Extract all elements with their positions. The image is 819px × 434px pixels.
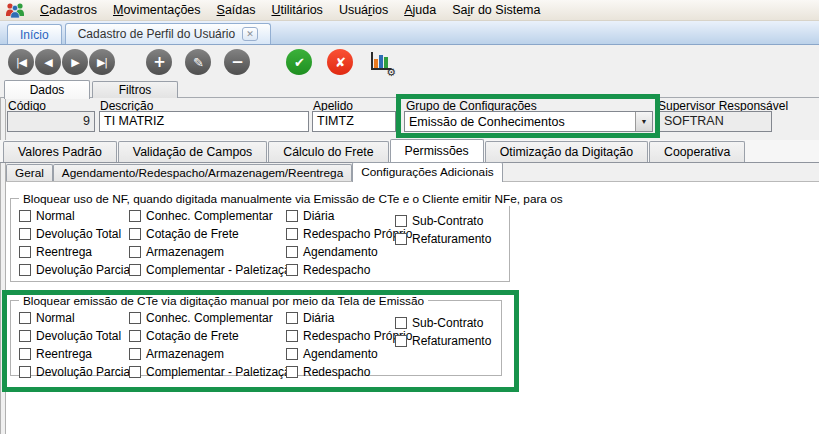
checkbox-grid: NormalDevolução TotalReentregaDevolução … (19, 207, 507, 279)
checkbox[interactable] (395, 233, 407, 245)
tab-cooperativa[interactable]: Cooperativa (649, 141, 745, 162)
group-title: Bloquear emissão de CTe via digitação ma… (19, 294, 428, 308)
menu-item-ajuda[interactable]: Ajuda (396, 1, 444, 19)
delete-record-button[interactable]: − (224, 49, 250, 75)
menu-item-utilitarios[interactable]: Utilitários (263, 1, 330, 19)
cancel-button[interactable]: ✘ (327, 49, 353, 75)
checkbox-item[interactable]: Normal (19, 309, 129, 327)
tab-configuracoes-adicionais[interactable]: Configurações Adicionais (352, 162, 502, 182)
checkbox-item[interactable]: Conhec. Complementar (129, 207, 286, 225)
tab-dados[interactable]: Dados (4, 80, 90, 99)
chevron-down-icon[interactable]: ▼ (635, 112, 652, 131)
checkbox[interactable] (129, 264, 141, 276)
descricao-field[interactable]: TI MATRIZ (99, 111, 309, 132)
checkbox[interactable] (19, 228, 31, 240)
checkbox[interactable] (129, 348, 141, 360)
checkbox-item[interactable]: Conhec. Complementar (129, 309, 286, 327)
checkbox[interactable] (129, 312, 141, 324)
checkbox-item[interactable]: Agendamento (286, 345, 395, 363)
checkbox-item[interactable]: Armazenagem (129, 243, 286, 261)
checkbox-item[interactable]: Redespacho (286, 363, 395, 381)
checkbox-item[interactable]: Complementar - Paletização (129, 261, 286, 279)
checkbox-item[interactable]: Sub-Contrato (395, 212, 507, 230)
checkbox-item[interactable]: Redespacho Próprio (286, 225, 395, 243)
checkbox-item[interactable]: Cotação de Frete (129, 327, 286, 345)
checkbox[interactable] (19, 264, 31, 276)
tab-validacao-de-campos[interactable]: Validação de Campos (118, 141, 267, 162)
checkbox[interactable] (129, 330, 141, 342)
checkbox[interactable] (286, 246, 298, 258)
group-title: Bloquear uso de NF, quando digitada manu… (19, 192, 567, 206)
checkbox-item[interactable]: Armazenagem (129, 345, 286, 363)
checkbox[interactable] (286, 228, 298, 240)
chart-settings-button[interactable]: ⚙ (367, 49, 395, 75)
checkbox[interactable] (286, 366, 298, 378)
checkbox-item[interactable]: Devolução Total (19, 327, 129, 345)
tab-cadastro-perfil-usuario[interactable]: Cadastro de Perfil do Usuário ✕ (65, 23, 271, 44)
tab-filtros[interactable]: Filtros (92, 81, 178, 98)
checkbox-item[interactable]: Devolução Parcial (19, 261, 129, 279)
last-record-button[interactable]: ▶| (89, 49, 115, 75)
checkbox-item[interactable]: Redespacho (286, 261, 395, 279)
checkbox-label: Devolução Parcial (36, 365, 133, 379)
confirm-button[interactable]: ✔ (286, 49, 312, 75)
edit-record-button[interactable]: ✎ (185, 49, 211, 75)
insert-record-button[interactable]: + (146, 49, 172, 75)
menu-item-movimentacoes[interactable]: Movimentações (105, 1, 209, 19)
tab-agendamento-redespacho-armazenagem-reentrega[interactable]: Agendamento/Redespacho/Armazenagem/Reent… (53, 164, 352, 181)
first-record-button[interactable]: |◀ (8, 49, 34, 75)
checkbox-item[interactable]: Sub-Contrato (395, 314, 499, 332)
checkbox-item[interactable]: Redespacho Próprio (286, 327, 395, 345)
tab-geral[interactable]: Geral (6, 164, 53, 181)
checkbox-item[interactable]: Reentrega (19, 345, 129, 363)
menu-item-sair-do-sistema[interactable]: Sair do Sistema (444, 1, 548, 19)
checkbox[interactable] (286, 312, 298, 324)
close-icon[interactable]: ✕ (242, 27, 258, 41)
checkbox-item[interactable]: Reentrega (19, 243, 129, 261)
dropdown-value: Emissão de Conhecimentos (405, 115, 635, 129)
checkbox-item[interactable]: Refaturamento (395, 332, 499, 350)
checkbox-item[interactable]: Normal (19, 207, 129, 225)
tab-valores-padrao[interactable]: Valores Padrão (3, 141, 117, 162)
checkbox-item[interactable]: Refaturamento (395, 230, 507, 248)
grupo-configuracoes-dropdown[interactable]: Emissão de Conhecimentos ▼ (404, 111, 653, 132)
checkbox[interactable] (19, 348, 31, 360)
checkbox-item[interactable]: Complementar - Paletização (129, 363, 286, 381)
checkbox-item[interactable]: Cotação de Frete (129, 225, 286, 243)
checkbox[interactable] (395, 335, 407, 347)
checkbox-column: NormalDevolução TotalReentregaDevolução … (19, 207, 129, 279)
checkbox[interactable] (19, 210, 31, 222)
checkbox[interactable] (19, 366, 31, 378)
checkbox-item[interactable]: Agendamento (286, 243, 395, 261)
checkbox[interactable] (19, 330, 31, 342)
checkbox-column: Conhec. ComplementarCotação de FreteArma… (129, 207, 286, 279)
checkbox[interactable] (129, 366, 141, 378)
checkbox[interactable] (286, 210, 298, 222)
tab-otimizacao-da-digitacao[interactable]: Otimização da Digitação (485, 141, 648, 162)
checkbox[interactable] (286, 330, 298, 342)
checkbox-label: Devolução Parcial (36, 263, 133, 277)
tab-permissoes[interactable]: Permissões (390, 139, 484, 163)
checkbox-item[interactable]: Diária (286, 207, 395, 225)
checkbox[interactable] (19, 312, 31, 324)
prior-record-button[interactable]: ◀ (35, 49, 61, 75)
checkbox[interactable] (286, 348, 298, 360)
sub-tabs: Geral Agendamento/Redespacho/Armazenagem… (6, 163, 819, 182)
checkbox[interactable] (19, 246, 31, 258)
tab-calculo-do-frete[interactable]: Cálculo do Frete (268, 141, 388, 162)
checkbox[interactable] (395, 317, 407, 329)
checkbox[interactable] (129, 246, 141, 258)
checkbox-item[interactable]: Devolução Parcial (19, 363, 129, 381)
next-record-button[interactable]: ▶ (62, 49, 88, 75)
checkbox[interactable] (395, 215, 407, 227)
checkbox-item[interactable]: Devolução Total (19, 225, 129, 243)
menu-item-cadastros[interactable]: Cadastros (32, 1, 105, 19)
menu-item-saidas[interactable]: Saídas (209, 1, 264, 19)
menu-item-usuarios[interactable]: Usuários (331, 1, 396, 19)
checkbox[interactable] (129, 228, 141, 240)
checkbox-item[interactable]: Diária (286, 309, 395, 327)
checkbox[interactable] (286, 264, 298, 276)
apelido-field[interactable]: TIMTZ (312, 111, 396, 132)
checkbox[interactable] (129, 210, 141, 222)
tab-inicio[interactable]: Início (7, 24, 62, 44)
